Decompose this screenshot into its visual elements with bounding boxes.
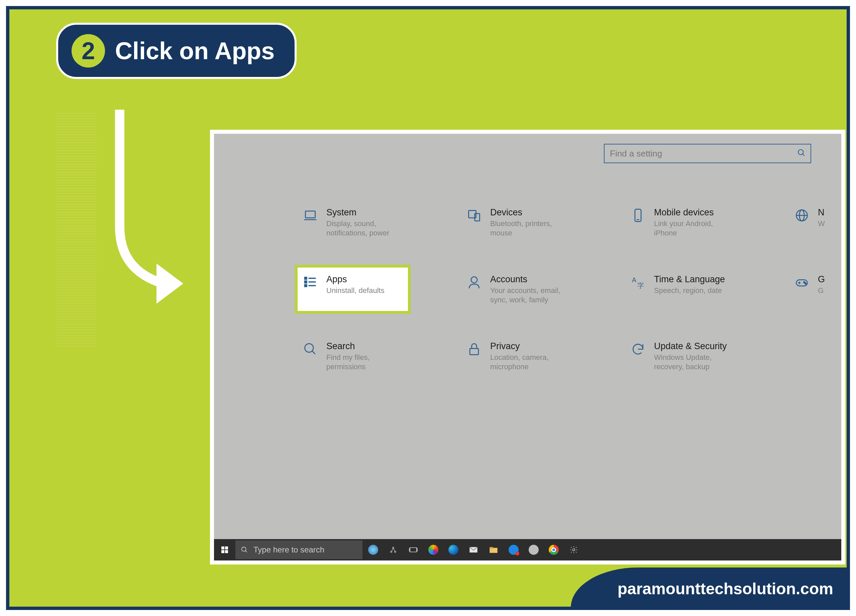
svg-rect-41 bbox=[417, 548, 417, 551]
svg-rect-27 bbox=[470, 348, 479, 354]
tile-title: Search bbox=[326, 341, 403, 351]
tile-accounts[interactable]: Accounts Your accounts, email, sync, wor… bbox=[462, 268, 572, 311]
svg-rect-15 bbox=[305, 285, 307, 286]
tile-title: Accounts bbox=[490, 274, 567, 285]
tile-search[interactable]: Search Find my files, permissions bbox=[297, 334, 408, 378]
svg-rect-40 bbox=[409, 548, 410, 551]
taskbar: Type here to search bbox=[214, 539, 841, 561]
svg-rect-39 bbox=[410, 548, 417, 552]
taskbar-chrome[interactable] bbox=[544, 541, 563, 559]
svg-point-24 bbox=[805, 283, 806, 284]
svg-point-36 bbox=[393, 547, 394, 548]
step-number: 2 bbox=[72, 34, 105, 68]
lock-icon bbox=[466, 341, 482, 357]
tile-desc: W bbox=[818, 219, 850, 228]
svg-line-1 bbox=[802, 154, 804, 156]
svg-line-37 bbox=[391, 548, 393, 551]
tile-title: Time & Language bbox=[654, 274, 731, 285]
svg-point-17 bbox=[471, 277, 477, 283]
svg-point-32 bbox=[242, 547, 246, 551]
taskbar-cortana[interactable] bbox=[364, 541, 383, 559]
tile-title: Privacy bbox=[490, 341, 567, 351]
svg-point-45 bbox=[573, 549, 575, 551]
tile-desc: Windows Update, recovery, backup bbox=[654, 353, 731, 371]
svg-line-33 bbox=[245, 551, 247, 553]
globe-icon bbox=[794, 207, 810, 223]
taskbar-mail[interactable] bbox=[464, 541, 483, 559]
tile-update[interactable]: Update & Security Windows Update, recove… bbox=[625, 334, 736, 378]
start-button[interactable] bbox=[216, 541, 234, 559]
sync-icon bbox=[630, 341, 646, 357]
tile-title: N bbox=[818, 207, 850, 218]
list-icon bbox=[302, 274, 318, 290]
language-icon: A字 bbox=[630, 274, 646, 290]
person-icon bbox=[466, 274, 482, 290]
svg-rect-11 bbox=[305, 277, 307, 279]
svg-text:A: A bbox=[632, 276, 637, 283]
taskbar-settings[interactable] bbox=[564, 541, 583, 559]
tile-privacy[interactable]: Privacy Location, camera, microphone bbox=[462, 334, 572, 378]
footer-ribbon: paramounttechsolution.com bbox=[571, 568, 850, 610]
tile-title: Mobile devices bbox=[654, 207, 731, 218]
svg-rect-29 bbox=[225, 547, 228, 550]
svg-rect-13 bbox=[305, 281, 307, 283]
svg-line-26 bbox=[312, 351, 315, 354]
svg-rect-30 bbox=[221, 550, 224, 553]
tile-title: Apps bbox=[326, 274, 403, 285]
step-label: Click on Apps bbox=[115, 37, 274, 65]
arrow-icon bbox=[96, 110, 197, 310]
svg-text:字: 字 bbox=[637, 282, 644, 289]
tile-network[interactable]: N W bbox=[789, 201, 850, 244]
tile-mobile[interactable]: Mobile devices Link your Android, iPhone bbox=[625, 201, 736, 244]
taskbar-skype[interactable] bbox=[504, 541, 523, 559]
tile-apps[interactable]: Apps Uninstall, defaults bbox=[297, 268, 408, 311]
svg-rect-44 bbox=[490, 547, 493, 549]
settings-tiles: System Display, sound, notifications, po… bbox=[297, 201, 841, 378]
laptop-icon bbox=[302, 207, 318, 223]
taskbar-edge[interactable] bbox=[444, 541, 463, 559]
search-icon bbox=[797, 148, 806, 159]
svg-line-38 bbox=[394, 548, 395, 551]
tile-desc: Speech, region, date bbox=[654, 286, 731, 295]
tile-devices[interactable]: Devices Bluetooth, printers, mouse bbox=[462, 201, 572, 244]
tile-time[interactable]: A字 Time & Language Speech, region, date bbox=[625, 268, 736, 311]
tile-desc: Bluetooth, printers, mouse bbox=[490, 219, 567, 237]
tile-title: Devices bbox=[490, 207, 567, 218]
tile-gaming[interactable]: G G bbox=[789, 268, 850, 311]
svg-rect-2 bbox=[305, 211, 315, 218]
taskbar-taskview[interactable] bbox=[404, 541, 423, 559]
svg-point-23 bbox=[804, 282, 805, 283]
taskbar-network-icon[interactable] bbox=[384, 541, 403, 559]
taskbar-app-2[interactable] bbox=[524, 541, 543, 559]
tile-desc: Display, sound, notifications, power bbox=[326, 219, 403, 237]
search-icon bbox=[241, 546, 248, 553]
tile-desc: Find my files, permissions bbox=[326, 353, 403, 371]
search-input[interactable] bbox=[604, 144, 811, 163]
taskbar-explorer[interactable] bbox=[484, 541, 503, 559]
svg-rect-5 bbox=[475, 214, 480, 221]
svg-rect-28 bbox=[221, 547, 224, 550]
step-badge: 2 Click on Apps bbox=[56, 23, 297, 79]
magnifier-icon bbox=[302, 341, 318, 357]
taskbar-search-placeholder: Type here to search bbox=[254, 545, 324, 554]
tile-desc: G bbox=[818, 286, 850, 295]
svg-rect-31 bbox=[225, 550, 228, 553]
tile-desc: Location, camera, microphone bbox=[490, 353, 567, 371]
settings-window: System Display, sound, notifications, po… bbox=[210, 130, 845, 565]
svg-point-25 bbox=[305, 344, 314, 353]
footer-site: paramounttechsolution.com bbox=[617, 580, 833, 598]
taskbar-search[interactable]: Type here to search bbox=[236, 541, 362, 559]
taskbar-app-1[interactable] bbox=[424, 541, 443, 559]
gamepad-icon bbox=[794, 274, 810, 290]
tile-system[interactable]: System Display, sound, notifications, po… bbox=[297, 201, 408, 244]
svg-point-0 bbox=[798, 149, 803, 154]
tile-desc: Link your Android, iPhone bbox=[654, 219, 731, 237]
tile-title: Update & Security bbox=[654, 341, 731, 351]
phone-icon bbox=[630, 207, 646, 223]
tile-title: G bbox=[818, 274, 850, 285]
compression-artifact bbox=[56, 113, 96, 347]
tile-title: System bbox=[326, 207, 403, 218]
tutorial-frame: 2 Click on Apps System bbox=[6, 6, 850, 610]
tile-desc: Uninstall, defaults bbox=[326, 286, 403, 295]
devices-icon bbox=[466, 207, 482, 223]
